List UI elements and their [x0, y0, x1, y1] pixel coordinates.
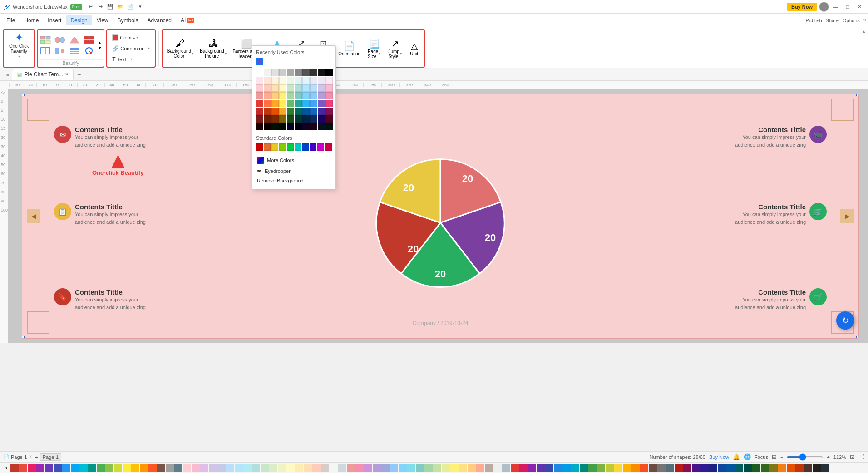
color-swatch[interactable] — [256, 108, 263, 115]
palette-swatch[interactable] — [692, 464, 700, 472]
color-swatch[interactable] — [310, 115, 317, 123]
ribbon-collapse-btn[interactable]: ▲ — [862, 29, 866, 34]
palette-swatch[interactable] — [209, 464, 217, 472]
color-swatch[interactable] — [326, 77, 333, 84]
color-swatch[interactable] — [302, 115, 310, 123]
color-swatch[interactable] — [264, 92, 271, 99]
color-swatch[interactable] — [271, 77, 279, 84]
zoom-in-btn[interactable]: + — [827, 454, 829, 460]
style-btn-4[interactable] — [82, 35, 96, 45]
std-color-7[interactable] — [302, 143, 309, 151]
palette-swatch[interactable] — [752, 464, 760, 472]
palette-swatch[interactable] — [675, 464, 683, 472]
floating-action-btn[interactable]: ↻ — [836, 311, 854, 330]
palette-swatch[interactable] — [459, 464, 467, 472]
color-swatch[interactable] — [295, 69, 302, 76]
close-button[interactable]: ✕ — [854, 2, 864, 12]
color-swatch[interactable] — [326, 123, 333, 130]
color-swatch[interactable] — [264, 100, 271, 107]
maximize-button[interactable]: □ — [843, 2, 853, 12]
color-swatch[interactable] — [279, 77, 286, 84]
palette-swatch[interactable] — [131, 464, 139, 472]
color-swatch[interactable] — [287, 115, 294, 123]
palette-swatch[interactable] — [649, 464, 657, 472]
buy-now-status[interactable]: Buy Now — [709, 454, 729, 460]
palette-swatch[interactable] — [468, 464, 476, 472]
remove-background-action[interactable]: Remove Background — [256, 176, 332, 185]
color-swatch[interactable] — [326, 69, 333, 76]
fit-btn[interactable]: ⊡ — [850, 453, 855, 460]
palette-swatch[interactable] — [804, 464, 812, 472]
palette-swatch[interactable] — [192, 464, 200, 472]
color-swatch[interactable] — [310, 77, 317, 84]
palette-swatch[interactable] — [683, 464, 691, 472]
std-color-1[interactable] — [256, 143, 263, 151]
palette-swatch[interactable] — [330, 464, 338, 472]
palette-swatch[interactable] — [735, 464, 743, 472]
color-swatch[interactable] — [318, 92, 325, 99]
palette-swatch[interactable] — [778, 464, 786, 472]
palette-swatch[interactable] — [10, 464, 19, 472]
color-swatch[interactable] — [295, 77, 302, 84]
palette-swatch[interactable] — [390, 464, 398, 472]
new-btn[interactable]: 📄 — [126, 2, 135, 11]
palette-swatch[interactable] — [476, 464, 484, 472]
color-swatch[interactable] — [318, 100, 325, 107]
menu-insert[interactable]: Insert — [43, 15, 66, 25]
palette-swatch[interactable] — [88, 464, 96, 472]
palette-swatch[interactable] — [623, 464, 631, 472]
palette-swatch[interactable] — [554, 464, 562, 472]
page-tab[interactable]: Page-1 — [40, 453, 61, 461]
palette-swatch[interactable] — [795, 464, 804, 472]
color-swatch[interactable] — [256, 84, 263, 92]
palette-swatch[interactable] — [537, 464, 545, 472]
palette-swatch[interactable] — [528, 464, 536, 472]
palette-swatch[interactable] — [450, 464, 459, 472]
menu-advanced[interactable]: Advanced — [143, 15, 176, 25]
color-swatch[interactable] — [271, 69, 279, 76]
template-nav-right[interactable]: ▶ — [840, 209, 854, 223]
palette-swatch[interactable] — [709, 464, 717, 472]
text-btn[interactable]: T Text - ▾ — [110, 55, 152, 64]
menu-symbols[interactable]: Symbols — [113, 15, 143, 25]
help-link[interactable]: ? — [863, 18, 866, 23]
palette-swatch[interactable] — [174, 464, 182, 472]
std-color-4[interactable] — [279, 143, 286, 151]
palette-swatch[interactable] — [597, 464, 605, 472]
template-nav-left[interactable]: ◀ — [27, 209, 40, 223]
selection-handle-tr[interactable] — [856, 94, 859, 96]
palette-swatch[interactable] — [148, 464, 157, 472]
color-swatch[interactable] — [318, 123, 325, 130]
menu-file[interactable]: File — [2, 15, 20, 25]
palette-swatch[interactable] — [183, 464, 191, 472]
color-swatch[interactable] — [326, 100, 333, 107]
color-swatch[interactable] — [279, 69, 286, 76]
color-swatch[interactable] — [326, 115, 333, 123]
color-swatch[interactable] — [287, 69, 294, 76]
style-more-up[interactable]: ▲ — [97, 40, 103, 45]
color-swatch[interactable] — [256, 100, 263, 107]
add-tab-btn[interactable]: + — [74, 69, 84, 80]
color-swatch[interactable] — [271, 115, 279, 123]
buy-now-button[interactable]: Buy Now — [787, 3, 817, 11]
more-colors-action[interactable]: More Colors — [256, 155, 332, 166]
color-swatch[interactable] — [295, 115, 302, 123]
palette-swatch[interactable] — [821, 464, 829, 472]
minimize-button[interactable]: — — [831, 2, 841, 12]
color-swatch[interactable] — [256, 77, 263, 84]
color-swatch[interactable] — [264, 77, 271, 84]
unit-btn[interactable]: △ Unit — [406, 39, 422, 58]
palette-swatch[interactable] — [105, 464, 113, 472]
style-btn-3[interactable] — [68, 35, 81, 45]
palette-swatch[interactable] — [588, 464, 597, 472]
palette-swatch[interactable] — [519, 464, 528, 472]
color-swatch[interactable] — [279, 92, 286, 99]
color-swatch[interactable] — [264, 84, 271, 92]
palette-swatch[interactable] — [614, 464, 622, 472]
palette-swatch[interactable] — [640, 464, 648, 472]
palette-swatch[interactable] — [123, 464, 131, 472]
color-swatch[interactable] — [302, 69, 310, 76]
color-swatch[interactable] — [279, 100, 286, 107]
palette-swatch[interactable] — [744, 464, 752, 472]
palette-swatch[interactable] — [355, 464, 364, 472]
